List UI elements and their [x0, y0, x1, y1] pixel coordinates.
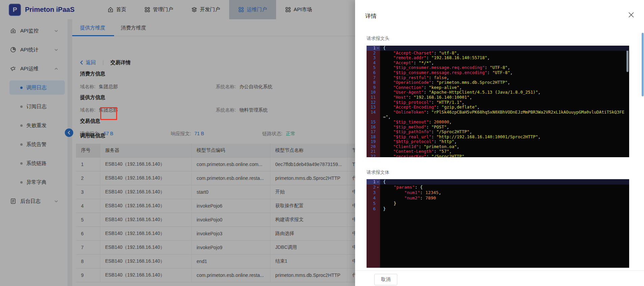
line-number: 4: [367, 61, 376, 66]
fold-spacer: [376, 80, 380, 85]
code-line: 1▾{: [367, 179, 629, 185]
line-number: 20: [367, 144, 376, 149]
code-line: 9 "Connection": "keep-alive",: [367, 85, 629, 90]
annotation-box: [100, 107, 117, 120]
drawer-scrollbar[interactable]: [642, 33, 644, 96]
code-line: 4 "num2": 7890: [367, 195, 629, 201]
line-number: 16: [367, 125, 376, 130]
fold-icon[interactable]: ▾: [376, 185, 380, 190]
line-number: 1: [367, 46, 376, 51]
code-line: 19 "$http_protocol": "http",: [367, 139, 629, 144]
code-line: 20 "ClientId": "primeton.oa",: [367, 144, 629, 149]
fold-spacer: [376, 125, 380, 130]
fold-spacer: [376, 75, 380, 80]
fold-spacer: [376, 144, 380, 149]
request-body-label: 请求报文体: [367, 169, 390, 175]
code-line: 3 "remote.addr": "192.168.16.140:55718",: [367, 55, 629, 61]
code-line: 3 "num1": 12345,: [367, 190, 629, 195]
close-icon[interactable]: [628, 11, 635, 18]
line-number: 3: [367, 55, 376, 61]
code-line: 21 "Content-Length": "57",: [367, 149, 629, 154]
code-line: 7 "$tip_restful": false,: [367, 75, 629, 80]
line-number: 22: [367, 154, 376, 157]
line-number: 2: [367, 51, 376, 56]
fold-spacer: [376, 139, 380, 144]
fold-icon[interactable]: ▾: [376, 179, 380, 185]
request-header-editor[interactable]: 1▾{2 "Accept-Charset": "utf-8",3 "remote…: [367, 46, 629, 157]
code-line: 12 "$tip_protocol": "HTTP/1.1",: [367, 100, 629, 105]
request-header-label: 请求报文头: [367, 35, 390, 42]
line-number: 21: [367, 149, 376, 154]
fold-spacer: [376, 105, 380, 110]
code-line: 11 "Host": "192.168.16.140:10001",: [367, 95, 629, 100]
line-number: 17: [367, 129, 376, 135]
line-number: 10: [367, 90, 376, 95]
line-number: 7: [367, 75, 376, 80]
code-line: 6}: [367, 206, 629, 212]
line-number: 5: [367, 65, 376, 70]
fold-spacer: [376, 195, 380, 201]
code-line: 18 "$tip_real_url": "http://192.168.16.1…: [367, 135, 629, 140]
fold-spacer: [376, 85, 380, 90]
fold-spacer: [376, 65, 380, 70]
drawer-title: 详情: [365, 12, 377, 20]
code-line: 2▾ "params": {: [367, 185, 629, 190]
fold-spacer: [376, 61, 380, 66]
line-number: 18: [367, 135, 376, 140]
fold-spacer: [376, 110, 380, 120]
fold-spacer: [376, 201, 380, 206]
line-number: 19: [367, 139, 376, 144]
line-number: 1: [367, 179, 376, 185]
code-line: 4 "Accept": "*/*",: [367, 61, 629, 66]
code-line: 8 "OperationCode": "primeton.mms.db.Spro…: [367, 80, 629, 85]
code-line: 22 "receiverKey": "/Sproc2HTTP",: [367, 154, 629, 157]
line-number: 13: [367, 105, 376, 110]
line-number: 4: [367, 195, 376, 201]
fold-spacer: [376, 120, 380, 125]
code-line: 16 "$tip_method": "POST",: [367, 125, 629, 130]
line-number: 6: [367, 70, 376, 75]
line-number: 5: [367, 201, 376, 206]
line-number: 3: [367, 190, 376, 195]
code-line: 15 "$tip_timeout": 200000,: [367, 120, 629, 125]
footer-divider: [355, 270, 644, 271]
code-line: 5 "$tip_consumer.message.req.encoding": …: [367, 65, 629, 70]
code-line: 10 "User-Agent": "Apache-HttpClient/4.5.…: [367, 90, 629, 95]
fold-spacer: [376, 100, 380, 105]
fold-spacer: [376, 154, 380, 157]
line-number: 6: [367, 206, 376, 212]
cancel-button[interactable]: 取消: [374, 274, 397, 285]
code-line: 5 }: [367, 201, 629, 206]
drawer-mask[interactable]: [0, 0, 355, 286]
line-number: 14: [367, 110, 376, 120]
code-line: 14 "OnlineToken": "rPlSk46zpCBaH5vPK68hq…: [367, 110, 629, 120]
line-number: 15: [367, 120, 376, 125]
fold-spacer: [376, 55, 380, 61]
fold-spacer: [376, 129, 380, 135]
fold-spacer: [376, 51, 380, 56]
fold-spacer: [376, 206, 380, 212]
detail-drawer: 详情 请求报文头 1▾{2 "Accept-Charset": "utf-8",…: [355, 0, 644, 286]
fold-spacer: [376, 90, 380, 95]
line-number: 12: [367, 100, 376, 105]
line-number: 11: [367, 95, 376, 100]
code-line: 13 "Accept-Encoding": "gzip,deflate",: [367, 105, 629, 110]
code-line: 1▾{: [367, 46, 629, 51]
fold-spacer: [376, 95, 380, 100]
code-line: 2 "Accept-Charset": "utf-8",: [367, 51, 629, 56]
fold-spacer: [376, 190, 380, 195]
request-body-editor[interactable]: 1▾{2▾ "params": {3 "num1": 12345,4 "num2…: [367, 179, 629, 268]
code-line: 6 "$tip_consumer.message.resp.encoding":…: [367, 70, 629, 75]
line-number: 8: [367, 80, 376, 85]
fold-icon[interactable]: ▾: [376, 46, 380, 51]
line-number: 2: [367, 185, 376, 190]
fold-spacer: [376, 149, 380, 154]
fold-spacer: [376, 70, 380, 75]
app-screen: P Primeton iPaaS 首页 管理门户 开发门户 运维门户 A: [0, 0, 644, 286]
fold-spacer: [376, 135, 380, 140]
code-line: 17 "$tip_pathInfo": "/Sproc2HTTP",: [367, 129, 629, 135]
line-number: 9: [367, 85, 376, 90]
